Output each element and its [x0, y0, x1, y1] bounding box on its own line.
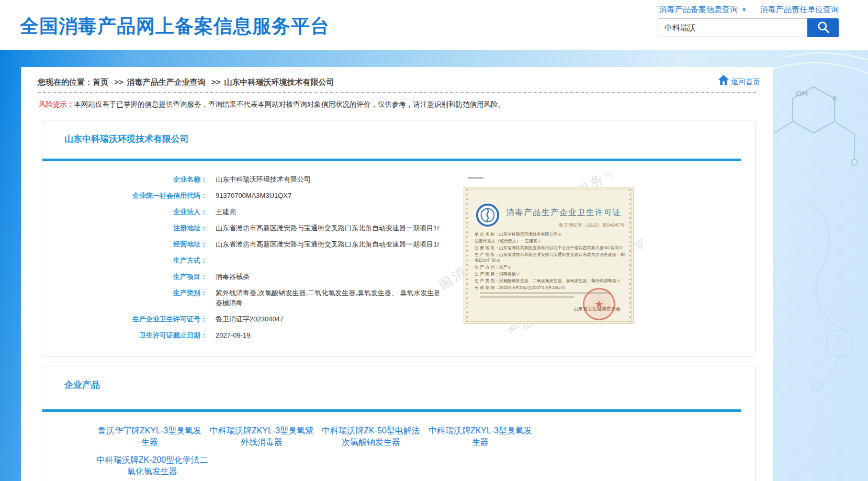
breadcrumb-item-company: 山东中科瑞沃环境技术有限公司	[224, 77, 334, 86]
product-link-list: 鲁沃华宇牌ZKYL-3型臭氧发生器 中科瑞沃牌ZKYL-3型臭氧紫外线消毒器 中…	[96, 425, 608, 481]
field-label: 卫生许可证截止日期：	[42, 330, 207, 340]
breadcrumb-separator: >>	[211, 77, 221, 86]
field-label: 生产项目：	[42, 272, 207, 282]
breadcrumb-item-home[interactable]: 首页	[93, 77, 108, 86]
card-title-rule	[42, 159, 741, 161]
field-value: 紫外线消毒器,次氯酸钠发生器,二氧化氯发生器,臭氧发生器、 臭氧水发生器,其他器…	[216, 288, 457, 308]
certificate-title: 消毒产品生产企业卫生许可证	[506, 207, 622, 218]
field-row-name: 企业名称：山东中科瑞沃环境技术有限公司	[42, 174, 471, 184]
product-link[interactable]: 中科瑞沃牌ZK-200型化学法二氧化氯发生器	[96, 454, 209, 477]
back-home-label: 返回首页	[731, 77, 760, 87]
company-card-title: 山东中科瑞沃环境技术有限公司	[64, 133, 189, 145]
search-area	[658, 18, 839, 37]
field-row-license-expiry: 卫生许可证截止日期：2027-09-19	[42, 330, 471, 340]
field-row-license-number: 生产企业卫生许可证号：鲁卫消证字202304047	[42, 314, 471, 324]
content-container: 您现在的位置：首页 >>消毒产品生产企业查询 >>山东中科瑞沃环境技术有限公司 …	[21, 67, 773, 481]
product-link[interactable]: 鲁沃华宇牌ZKYL-3型臭氧发生器	[96, 425, 204, 448]
back-home-link[interactable]: 返回首页	[717, 74, 760, 87]
certificate-line: 单 位 名 称：山东中科瑞沃环境技术有限公司※	[475, 231, 628, 237]
nav-link-responsible-unit-query[interactable]: 消毒产品责任单位查询	[760, 5, 839, 15]
field-value: 91370700MA3M3U1QX7	[216, 191, 291, 200]
certificate-line: 生 产 类 别：次氯酸钠发生器、二氧化氯发生器、臭氧发生器、紫外线消毒器※	[475, 278, 628, 284]
field-row-production-category: 生产类别：紫外线消毒器,次氯酸钠发生器,二氧化氯发生器,臭氧发生器、 臭氧水发生…	[42, 288, 471, 308]
field-value: 王建亮	[216, 207, 236, 217]
breadcrumb-prefix: 您现在的位置：	[38, 77, 93, 86]
field-value: 山东省潍坊市高新区潍安路与宝通街交叉路口东北角自动变速器一期项目1#厂房	[216, 239, 454, 249]
nav-link-responsible-unit-query-label: 消毒产品责任单位查询	[760, 5, 839, 15]
nav-link-record-info-query-label: 消毒产品备案信息查询	[659, 5, 738, 15]
chevron-down-icon: ▼	[741, 7, 747, 13]
breadcrumb-item-enterprise-query[interactable]: 消毒产品生产企业查询	[127, 77, 206, 86]
product-link[interactable]: 中科瑞沃牌ZKYL-3型臭氧发生器	[426, 425, 534, 448]
certificate-number: 鲁卫消证字（2023）第04047号	[559, 222, 625, 229]
field-row-registered-address: 注册地址：山东省潍坊市高新区潍安路与宝通街交叉路口东北角自动变速器一期项目1#厂…	[42, 223, 471, 233]
risk-notice-label: 风险提示：	[39, 100, 74, 108]
search-icon	[816, 20, 830, 36]
search-button[interactable]	[807, 18, 839, 37]
field-label: 生产方式：	[42, 255, 207, 265]
card-title-rule	[42, 409, 741, 412]
home-icon	[717, 74, 730, 87]
field-row-credit-code: 企业统一社会信用代码：91370700MA3M3U1QX7	[42, 191, 471, 200]
field-label: 企业法人：	[42, 207, 207, 217]
red-seal-icon: ★	[583, 288, 615, 320]
breadcrumb: 您现在的位置：首页 >>消毒产品生产企业查询 >>山东中科瑞沃环境技术有限公司	[38, 77, 334, 86]
field-value: 山东中科瑞沃环境技术有限公司	[216, 174, 311, 184]
certificate-paper: 消毒产品生产企业卫生许可证 鲁卫消证字（2023）第04047号 单 位 名 称…	[464, 187, 634, 324]
top-nav: 消毒产品备案信息查询 ▼ 消毒产品责任单位查询	[659, 5, 839, 15]
certificate-fine-print	[480, 296, 574, 298]
license-certificate-image: 全国消毒产品网上备案信息服务平台 全国消毒产品网上备案信息服务平台 消毒产品生产…	[439, 173, 643, 333]
company-info-card: 山东中科瑞沃环境技术有限公司 企业名称：山东中科瑞沃环境技术有限公司 企业统一社…	[42, 120, 756, 356]
field-row-production-project: 生产项目：消毒器械类	[42, 272, 471, 282]
certificate-dash-mark	[468, 177, 483, 178]
product-link[interactable]: 中科瑞沃牌ZKYL-3型臭氧紫外线消毒器	[208, 425, 315, 448]
field-row-business-address: 经营地址：山东省潍坊市高新区潍安路与宝通街交叉路口东北角自动变速器一期项目1#厂…	[42, 239, 471, 249]
product-link[interactable]: 中科瑞沃牌ZK-50型电解法次氯酸钠发生器	[320, 425, 422, 448]
field-label: 生产类别：	[42, 288, 207, 308]
certificate-line: 法定代表人（或负责人）：王建亮※	[475, 238, 628, 244]
search-input[interactable]	[658, 18, 807, 37]
certificate-lines: 单 位 名 称：山东中科瑞沃环境技术有限公司※ 法定代表人（或负责人）：王建亮※…	[475, 231, 628, 292]
site-title: 全国消毒产品网上备案信息服务平台	[20, 14, 330, 39]
header-right-area: 消毒产品备案信息查询 ▼ 消毒产品责任单位查询	[658, 5, 839, 37]
company-products-card: 企业产品 鲁沃华宇牌ZKYL-3型臭氧发生器 中科瑞沃牌ZKYL-3型臭氧紫外线…	[42, 366, 756, 481]
risk-notice-text: 本网站仅基于已掌握的信息提供查询服务，查询结果不代表本网站对被查询对象信用状况的…	[74, 100, 505, 108]
field-label: 企业名称：	[42, 174, 207, 184]
field-row-production-mode: 生产方式：	[42, 255, 471, 265]
breadcrumb-separator: >>	[114, 77, 123, 86]
field-value: 2027-09-19	[216, 330, 251, 340]
field-value: 山东省潍坊市高新区潍安路与宝通街交叉路口东北角自动变速器一期项目1#厂房	[216, 223, 454, 233]
breadcrumb-row: 您现在的位置：首页 >>消毒产品生产企业查询 >>山东中科瑞沃环境技术有限公司 …	[21, 67, 773, 88]
field-row-legal-person: 企业法人：王建亮	[42, 207, 471, 217]
field-label: 经营地址：	[42, 239, 207, 249]
field-label: 企业统一社会信用代码：	[42, 191, 207, 200]
certificate-line: 生 产 方 式：生产※	[475, 264, 628, 270]
risk-notice: 风险提示：本网站仅基于已掌握的信息提供查询服务，查询结果不代表本网站对被查询对象…	[39, 100, 773, 109]
field-value: 鲁卫消证字202304047	[216, 314, 284, 324]
certificate-line: 生 产 地 址：山东省潍坊市高新区潍安路与宝通街交叉路口东北角自动变速器一期项目…	[475, 252, 628, 263]
field-label: 注册地址：	[42, 223, 207, 233]
certificate-line: 生 产 项 目：消毒器械※	[475, 271, 628, 277]
health-commission-emblem-icon	[476, 203, 500, 229]
site-header: 全国消毒产品网上备案信息服务平台 消毒产品备案信息查询 ▼ 消毒产品责任单位查询	[0, 0, 868, 50]
products-card-title: 企业产品	[64, 379, 100, 391]
field-value: 消毒器械类	[216, 272, 250, 282]
field-label: 生产企业卫生许可证号：	[42, 314, 207, 324]
certificate-line: 注 册 地 址：山东省潍坊高新区玉清东街以北中心次干道以西高新大厦902房间※	[475, 245, 628, 251]
nav-link-record-info-query[interactable]: 消毒产品备案信息查询 ▼	[659, 5, 747, 15]
company-fields: 企业名称：山东中科瑞沃环境技术有限公司 企业统一社会信用代码：91370700M…	[42, 174, 471, 346]
dashed-divider	[38, 92, 756, 93]
